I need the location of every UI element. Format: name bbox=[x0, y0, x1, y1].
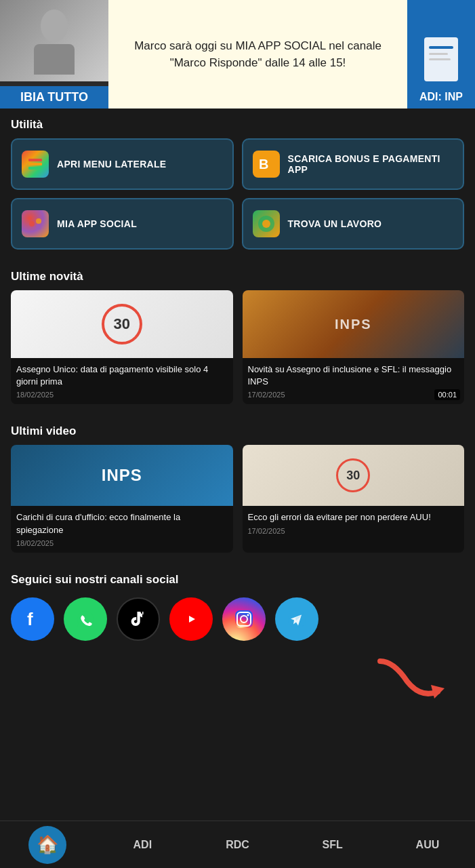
banner-center-text: Marco sarà oggi su MIA APP SOCIAL nel ca… bbox=[119, 37, 396, 72]
home-icon: 🏠 bbox=[37, 834, 58, 855]
svg-marker-23 bbox=[431, 685, 445, 698]
svg-point-11 bbox=[36, 218, 41, 224]
svg-text:f: f bbox=[27, 609, 33, 629]
telegram-icon[interactable] bbox=[275, 597, 318, 641]
facebook-icon[interactable]: f bbox=[11, 597, 54, 641]
svg-rect-7 bbox=[28, 163, 42, 165]
svg-point-21 bbox=[247, 614, 249, 616]
banner-left-label: IBIA TUTTO bbox=[0, 86, 108, 108]
video-grid: INPS Carichi di cura d'ufficio: ecco fin… bbox=[0, 445, 475, 563]
social-icon bbox=[22, 210, 49, 237]
svg-point-12 bbox=[36, 224, 41, 229]
scarica-bonus-button[interactable]: B SCARICA BONUS E PAGAMENTI APP bbox=[242, 138, 465, 190]
news-date-2: 17/02/2025 bbox=[248, 391, 459, 399]
lavoro-label: TROVA UN LAVORO bbox=[288, 218, 382, 229]
tiktok-icon[interactable] bbox=[117, 597, 160, 641]
social-section: Seguici sui nostri canali social f bbox=[0, 564, 475, 654]
svg-rect-6 bbox=[28, 159, 42, 161]
nav-rdc-label: RDC bbox=[226, 839, 249, 851]
instagram-icon[interactable] bbox=[222, 597, 266, 641]
nav-auu[interactable]: AUU bbox=[380, 821, 475, 868]
home-button[interactable]: 🏠 bbox=[28, 826, 66, 864]
apri-menu-laterale-button[interactable]: APRI MENU LATERALE bbox=[11, 138, 234, 190]
svg-rect-3 bbox=[429, 46, 453, 49]
nav-rdc[interactable]: RDC bbox=[190, 821, 285, 868]
youtube-icon[interactable] bbox=[169, 597, 213, 641]
menu-laterale-label: APRI MENU LATERALE bbox=[57, 159, 166, 170]
arrow-container bbox=[0, 654, 475, 695]
bonus-label: SCARICA BONUS E PAGAMENTI APP bbox=[288, 153, 454, 175]
news-date-1: 18/02/2025 bbox=[16, 391, 228, 399]
video-card-2[interactable]: 30 Ecco gli errori da evitare per non pe… bbox=[243, 445, 465, 552]
nav-auu-label: AUU bbox=[416, 839, 440, 851]
video-body-1: Carichi di cura d'ufficio: ecco finalmen… bbox=[11, 506, 233, 552]
banner-right[interactable]: ADI: INP bbox=[407, 0, 475, 108]
lavoro-icon bbox=[253, 210, 280, 237]
utility-grid: APRI MENU LATERALE B SCARICA BONUS E PAG… bbox=[0, 138, 475, 260]
svg-rect-1 bbox=[34, 44, 75, 75]
banner-left[interactable]: IBIA TUTTO bbox=[0, 0, 108, 108]
news-section-label: Ultime novità bbox=[0, 260, 475, 290]
inps-logo: INPS bbox=[335, 317, 372, 332]
video-card-1[interactable]: INPS Carichi di cura d'ufficio: ecco fin… bbox=[11, 445, 233, 552]
inps-logo-video: INPS bbox=[102, 466, 142, 485]
svg-point-10 bbox=[29, 221, 35, 226]
banner-person-image bbox=[0, 0, 108, 81]
nav-adi-label: ADI bbox=[133, 839, 152, 851]
news-title-2: Novità su Assegno di inclusione e SFL: i… bbox=[248, 363, 459, 388]
bonus-icon: B bbox=[253, 151, 280, 178]
svg-rect-8 bbox=[28, 167, 42, 170]
calendar-number: 30 bbox=[102, 304, 142, 344]
top-banner: IBIA TUTTO Marco sarà oggi su MIA APP SO… bbox=[0, 0, 475, 108]
nav-sfl-label: SFL bbox=[323, 839, 343, 851]
trova-lavoro-button[interactable]: TROVA UN LAVORO bbox=[242, 198, 465, 250]
svg-rect-4 bbox=[429, 53, 448, 55]
news-card-1[interactable]: 30 Assegno Unico: data di pagamento visi… bbox=[11, 290, 233, 404]
nav-sfl[interactable]: SFL bbox=[285, 821, 380, 868]
video-duration-badge: 00:01 bbox=[434, 389, 460, 400]
nav-adi[interactable]: ADI bbox=[95, 821, 190, 868]
calendar-number-2: 30 bbox=[336, 458, 370, 492]
red-arrow bbox=[373, 654, 455, 709]
news-body-1: Assegno Unico: data di pagamento visibil… bbox=[11, 358, 233, 404]
video-date-2: 17/02/2025 bbox=[248, 527, 459, 535]
video-title-2: Ecco gli errori da evitare per non perde… bbox=[248, 511, 459, 524]
social-section-label: Seguici sui nostri canali social bbox=[11, 564, 464, 593]
news-thumb-2: INPS 00:01 bbox=[243, 290, 465, 358]
video-title-1: Carichi di cura d'ufficio: ecco finalmen… bbox=[16, 511, 228, 536]
video-thumb-1: INPS bbox=[11, 445, 233, 506]
video-section-label: Ultimi video bbox=[0, 415, 475, 445]
banner-right-label: ADI: INP bbox=[419, 91, 463, 103]
video-body-2: Ecco gli errori da evitare per non perde… bbox=[243, 506, 465, 540]
utility-section-label: Utilità bbox=[0, 108, 475, 138]
svg-rect-5 bbox=[429, 58, 451, 60]
mia-app-social-button[interactable]: MIA APP SOCIAL bbox=[11, 198, 234, 250]
video-thumb-2: 30 bbox=[243, 445, 465, 506]
social-label: MIA APP SOCIAL bbox=[57, 218, 137, 229]
svg-point-14 bbox=[262, 220, 270, 228]
svg-text:B: B bbox=[259, 157, 269, 172]
svg-point-0 bbox=[41, 9, 68, 42]
menu-layers-icon bbox=[22, 151, 49, 178]
social-icons-row: f bbox=[11, 597, 464, 641]
nav-home[interactable]: 🏠 bbox=[0, 821, 95, 868]
news-card-2[interactable]: INPS 00:01 Novità su Assegno di inclusio… bbox=[243, 290, 465, 404]
news-grid: 30 Assegno Unico: data di pagamento visi… bbox=[0, 290, 475, 415]
video-date-1: 18/02/2025 bbox=[16, 539, 228, 547]
news-title-1: Assegno Unico: data di pagamento visibil… bbox=[16, 363, 228, 388]
banner-center[interactable]: Marco sarà oggi su MIA APP SOCIAL nel ca… bbox=[108, 0, 407, 108]
whatsapp-icon[interactable] bbox=[64, 597, 107, 641]
news-thumb-1: 30 bbox=[11, 290, 233, 358]
news-body-2: Novità su Assegno di inclusione e SFL: i… bbox=[243, 358, 465, 404]
bottom-nav: 🏠 ADI RDC SFL AUU bbox=[0, 821, 475, 868]
